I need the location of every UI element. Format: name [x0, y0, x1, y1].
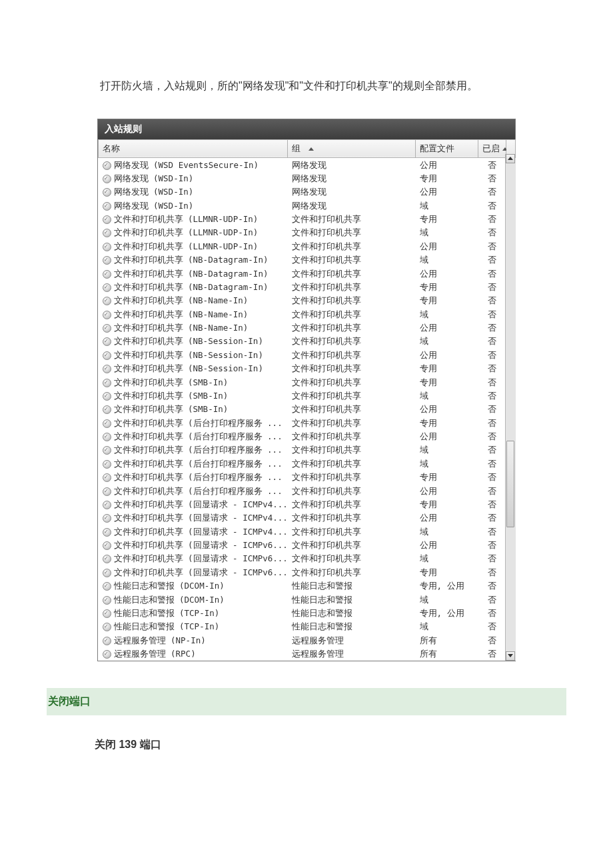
scroll-up-button[interactable] [506, 154, 515, 163]
table-row[interactable]: 文件和打印机共享 (回显请求 - ICMPv6...文件和打印机共享专用否 [99, 565, 516, 579]
rule-name-cell: 文件和打印机共享 (SMB-In) [99, 403, 288, 416]
rule-enabled-cell: 否 [478, 511, 506, 525]
table-row[interactable]: 远程服务管理 (RPC)远程服务管理所有否 [99, 647, 516, 661]
intro-paragraph: 打开防火墙，入站规则，所的"网络发现"和"文件和打印机共享"的规则全部禁用。 [73, 73, 540, 99]
rule-enabled-cell: 否 [478, 539, 506, 552]
rule-name-cell: 文件和打印机共享 (NB-Session-In) [99, 348, 288, 361]
table-row[interactable]: 文件和打印机共享 (NB-Datagram-In)文件和打印机共享域否 [99, 253, 516, 267]
table-row[interactable]: 文件和打印机共享 (后台打印程序服务 ...文件和打印机共享专用否 [99, 416, 516, 429]
table-row[interactable]: 性能日志和警报 (TCP-In)性能日志和警报专用, 公用否 [99, 606, 516, 619]
table-row[interactable]: 文件和打印机共享 (后台打印程序服务 ...文件和打印机共享公用否 [99, 430, 516, 443]
rule-disabled-icon [103, 283, 111, 292]
rule-disabled-icon [103, 650, 111, 659]
rule-disabled-icon [103, 270, 111, 279]
table-row[interactable]: 网络发现 (WSD-In)网络发现专用否 [99, 171, 516, 185]
table-row[interactable]: 文件和打印机共享 (后台打印程序服务 ...文件和打印机共享专用否 [99, 471, 516, 484]
rule-disabled-icon [103, 229, 111, 237]
rule-disabled-icon [103, 637, 111, 645]
rule-name-text: 文件和打印机共享 (后台打印程序服务 ... [114, 486, 283, 496]
vertical-scrollbar[interactable] [505, 154, 515, 661]
rule-enabled-cell: 否 [478, 239, 506, 253]
rule-group-cell: 文件和打印机共享 [288, 267, 416, 280]
rule-profile-cell: 公用 [416, 484, 478, 497]
rule-enabled-cell: 否 [478, 430, 506, 443]
rule-enabled-cell: 否 [478, 280, 506, 293]
table-row[interactable]: 文件和打印机共享 (回显请求 - ICMPv6...文件和打印机共享域否 [99, 552, 516, 565]
table-row[interactable]: 文件和打印机共享 (回显请求 - ICMPv4...文件和打印机共享专用否 [99, 497, 516, 511]
table-row[interactable]: 文件和打印机共享 (回显请求 - ICMPv6...文件和打印机共享公用否 [99, 539, 516, 552]
rule-group-cell: 性能日志和警报 [288, 593, 416, 606]
table-row[interactable]: 性能日志和警报 (DCOM-In)性能日志和警报专用, 公用否 [99, 579, 516, 593]
scroll-thumb[interactable] [506, 441, 514, 527]
rule-enabled-cell: 否 [478, 171, 506, 185]
table-row[interactable]: 文件和打印机共享 (SMB-In)文件和打印机共享公用否 [99, 403, 516, 416]
rule-name-text: 远程服务管理 (RPC) [114, 649, 196, 659]
rule-name-cell: 网络发现 (WSD-In) [99, 199, 288, 212]
table-row[interactable]: 远程服务管理 (NP-In)远程服务管理所有否 [99, 633, 516, 647]
table-row[interactable]: 文件和打印机共享 (后台打印程序服务 ...文件和打印机共享公用否 [99, 484, 516, 497]
rule-name-cell: 文件和打印机共享 (SMB-In) [99, 375, 288, 389]
rule-enabled-cell: 否 [478, 267, 506, 280]
table-row[interactable]: 文件和打印机共享 (SMB-In)文件和打印机共享专用否 [99, 375, 516, 389]
rule-profile-cell: 公用 [416, 539, 478, 552]
table-row[interactable]: 文件和打印机共享 (回显请求 - ICMPv4...文件和打印机共享域否 [99, 525, 516, 538]
rule-disabled-icon [103, 419, 111, 428]
rule-disabled-icon [103, 324, 111, 333]
table-row[interactable]: 文件和打印机共享 (NB-Session-In)文件和打印机共享域否 [99, 335, 516, 348]
rule-group-cell: 性能日志和警报 [288, 579, 416, 593]
header-name[interactable]: 名称 [99, 139, 288, 158]
rules-table-wrap: 名称 组 配置文件 已启 网络发现 (WSD EventsSecure-In)网… [98, 139, 515, 661]
rule-enabled-cell: 否 [478, 565, 506, 579]
table-row[interactable]: 文件和打印机共享 (LLMNR-UDP-In)文件和打印机共享域否 [99, 226, 516, 239]
rule-profile-cell: 公用 [416, 239, 478, 253]
table-row[interactable]: 网络发现 (WSD-In)网络发现公用否 [99, 185, 516, 199]
table-row[interactable]: 文件和打印机共享 (后台打印程序服务 ...文件和打印机共享域否 [99, 443, 516, 457]
rule-disabled-icon [103, 569, 111, 577]
rule-group-cell: 文件和打印机共享 [288, 213, 416, 226]
table-row[interactable]: 文件和打印机共享 (NB-Name-In)文件和打印机共享专用否 [99, 294, 516, 307]
table-row[interactable]: 文件和打印机共享 (NB-Datagram-In)文件和打印机共享专用否 [99, 280, 516, 293]
table-row[interactable]: 网络发现 (WSD-In)网络发现域否 [99, 199, 516, 212]
table-row[interactable]: 文件和打印机共享 (NB-Session-In)文件和打印机共享公用否 [99, 348, 516, 361]
table-row[interactable]: 文件和打印机共享 (NB-Session-In)文件和打印机共享专用否 [99, 362, 516, 375]
rule-disabled-icon [103, 433, 111, 441]
rule-group-cell: 文件和打印机共享 [288, 484, 416, 497]
header-profile[interactable]: 配置文件 [416, 139, 478, 158]
rule-disabled-icon [103, 188, 111, 197]
rule-name-text: 文件和打印机共享 (回显请求 - ICMPv6... [114, 540, 288, 550]
rule-group-cell: 网络发现 [288, 185, 416, 199]
rule-group-cell: 文件和打印机共享 [288, 565, 416, 579]
table-row[interactable]: 文件和打印机共享 (NB-Datagram-In)文件和打印机共享公用否 [99, 267, 516, 280]
table-row[interactable]: 文件和打印机共享 (NB-Name-In)文件和打印机共享域否 [99, 307, 516, 321]
scroll-down-button[interactable] [506, 651, 515, 661]
table-row[interactable]: 性能日志和警报 (TCP-In)性能日志和警报域否 [99, 620, 516, 633]
rule-name-cell: 文件和打印机共享 (回显请求 - ICMPv4... [99, 497, 288, 511]
rule-profile-cell: 公用 [416, 403, 478, 416]
rule-name-text: 文件和打印机共享 (NB-Datagram-In) [114, 282, 269, 292]
rule-disabled-icon [103, 337, 111, 346]
rule-name-cell: 性能日志和警报 (TCP-In) [99, 606, 288, 619]
rules-table: 名称 组 配置文件 已启 网络发现 (WSD EventsSecure-In)网… [98, 139, 516, 661]
rule-group-cell: 远程服务管理 [288, 647, 416, 661]
rule-profile-cell: 域 [416, 443, 478, 457]
table-row[interactable]: 文件和打印机共享 (LLMNR-UDP-In)文件和打印机共享公用否 [99, 239, 516, 253]
rule-name-text: 文件和打印机共享 (NB-Datagram-In) [114, 255, 269, 265]
rule-enabled-cell: 否 [478, 158, 506, 172]
rule-name-cell: 文件和打印机共享 (后台打印程序服务 ... [99, 471, 288, 484]
rule-name-cell: 文件和打印机共享 (NB-Datagram-In) [99, 280, 288, 293]
table-row[interactable]: 网络发现 (WSD EventsSecure-In)网络发现公用否 [99, 158, 516, 172]
rule-profile-cell: 域 [416, 335, 478, 348]
rule-name-cell: 性能日志和警报 (DCOM-In) [99, 579, 288, 593]
table-row[interactable]: 文件和打印机共享 (NB-Name-In)文件和打印机共享公用否 [99, 321, 516, 335]
table-row[interactable]: 文件和打印机共享 (LLMNR-UDP-In)文件和打印机共享专用否 [99, 213, 516, 226]
table-row[interactable]: 文件和打印机共享 (回显请求 - ICMPv4...文件和打印机共享公用否 [99, 511, 516, 525]
table-row[interactable]: 文件和打印机共享 (SMB-In)文件和打印机共享域否 [99, 389, 516, 402]
rule-group-cell: 网络发现 [288, 171, 416, 185]
table-row[interactable]: 文件和打印机共享 (后台打印程序服务 ...文件和打印机共享域否 [99, 457, 516, 470]
header-enabled[interactable]: 已启 [478, 139, 506, 158]
rule-name-text: 文件和打印机共享 (后台打印程序服务 ... [114, 431, 283, 441]
header-group[interactable]: 组 [288, 139, 416, 158]
rule-enabled-cell: 否 [478, 294, 506, 307]
table-row[interactable]: 性能日志和警报 (DCOM-In)性能日志和警报域否 [99, 593, 516, 606]
rule-name-cell: 文件和打印机共享 (NB-Session-In) [99, 362, 288, 375]
